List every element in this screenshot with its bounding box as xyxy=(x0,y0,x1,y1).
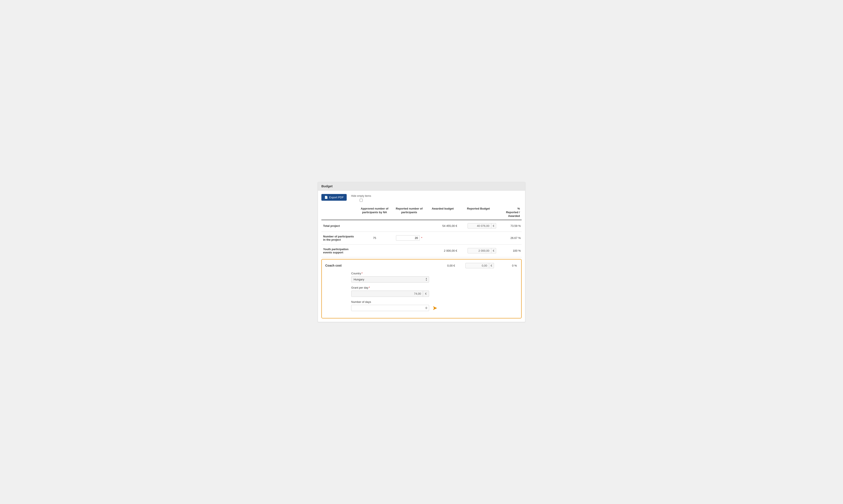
youth-pct: 100 % xyxy=(498,249,522,252)
card-body: 📄 Export PDF Hide empty items Approved n… xyxy=(318,191,525,322)
total-project-awarded: 54 455,00 € xyxy=(427,224,459,228)
days-input-wrapper: ➤ xyxy=(351,305,429,311)
th-pct-sub: Reported / Awarded xyxy=(500,211,520,218)
arrow-pointer-icon: ➤ xyxy=(432,304,437,311)
participants-approved: 75 xyxy=(357,236,392,239)
country-field-label: Country * xyxy=(351,272,518,275)
grant-required-star: * xyxy=(369,286,370,289)
youth-row: Youth participation events support 2 000… xyxy=(321,245,522,257)
participants-reported-num: * xyxy=(392,235,427,241)
table-header: Approved number of participants by NA Re… xyxy=(321,205,522,220)
total-project-reported-input[interactable] xyxy=(468,223,492,229)
grant-unit: € xyxy=(423,291,429,297)
youth-reported-input[interactable] xyxy=(468,248,492,253)
coach-fields: Country * Hungary Austria Belgium Czech … xyxy=(325,272,518,311)
card-header: Budget xyxy=(318,182,525,191)
hide-empty-container: Hide empty items xyxy=(351,194,371,202)
toolbar: 📄 Export PDF Hide empty items xyxy=(321,194,522,202)
card-title: Budget xyxy=(321,184,333,188)
youth-awarded: 2 000,00 € xyxy=(427,249,459,252)
country-field-group: Country * Hungary Austria Belgium Czech … xyxy=(351,272,518,283)
total-project-reported-budget: € xyxy=(459,223,498,229)
export-btn-label: Export PDF xyxy=(329,196,344,199)
coach-title: Coach cost xyxy=(325,264,354,267)
th-pct-label: % xyxy=(500,207,520,211)
participants-required-star: * xyxy=(421,236,422,239)
youth-unit: € xyxy=(492,248,496,253)
coach-header-row: Coach cost 0,00 € € 0 % xyxy=(325,263,518,268)
youth-label: Youth participation events support xyxy=(321,248,357,254)
youth-reported-budget: € xyxy=(459,248,498,253)
participants-input-group: * xyxy=(394,235,425,241)
coach-cost-section: Coach cost 0,00 € € 0 % Country xyxy=(321,259,522,319)
country-select[interactable]: Hungary Austria Belgium Czech Republic D… xyxy=(351,276,429,283)
participants-pct: 26.67 % xyxy=(498,236,522,239)
participants-row: Number of participants in the project 75… xyxy=(321,232,522,245)
grant-input-wrapper: € xyxy=(351,291,429,297)
participants-reported-input[interactable] xyxy=(396,235,420,241)
th-reported-budget: Reported Budget xyxy=(459,207,498,218)
budget-card: Budget 📄 Export PDF Hide empty items App… xyxy=(318,182,525,322)
th-awarded: Awarded budget xyxy=(427,207,459,218)
hide-empty-checkbox[interactable] xyxy=(360,199,363,202)
coach-input-group: € xyxy=(455,263,494,268)
coach-reported-input[interactable] xyxy=(465,263,489,268)
youth-input-group: € xyxy=(461,248,496,253)
grant-field-group: Grant per day * € xyxy=(351,286,518,297)
th-pct: % Reported / Awarded xyxy=(498,207,522,218)
hide-empty-label: Hide empty items xyxy=(351,194,371,198)
coach-pct: 0 % xyxy=(494,264,518,267)
coach-unit: € xyxy=(489,263,494,268)
country-required-star: * xyxy=(362,272,363,275)
country-select-container: Hungary Austria Belgium Czech Republic D… xyxy=(351,276,429,283)
days-field-label: Number of days xyxy=(351,300,518,304)
grant-input[interactable] xyxy=(351,291,423,297)
total-project-pct: 73.59 % xyxy=(498,224,522,228)
total-project-unit: € xyxy=(492,223,496,229)
th-reported-num: Reported number of participants xyxy=(392,207,427,218)
grant-field-label: Grant per day * xyxy=(351,286,518,289)
export-pdf-button[interactable]: 📄 Export PDF xyxy=(321,194,347,201)
th-approved: Approved number of participants by NA xyxy=(357,207,392,218)
total-project-label: Total project xyxy=(321,224,357,228)
th-empty xyxy=(321,207,357,218)
days-field-group: Number of days ➤ xyxy=(351,300,518,311)
total-project-row: Total project 54 455,00 € € 73.59 % xyxy=(321,220,522,232)
days-input[interactable] xyxy=(351,305,429,311)
total-project-input-group: € xyxy=(461,223,496,229)
coach-awarded: 0,00 € xyxy=(423,264,455,267)
coach-reported-budget: € xyxy=(455,263,494,268)
participants-label: Number of participants in the project xyxy=(321,235,357,241)
pdf-icon: 📄 xyxy=(324,196,328,199)
